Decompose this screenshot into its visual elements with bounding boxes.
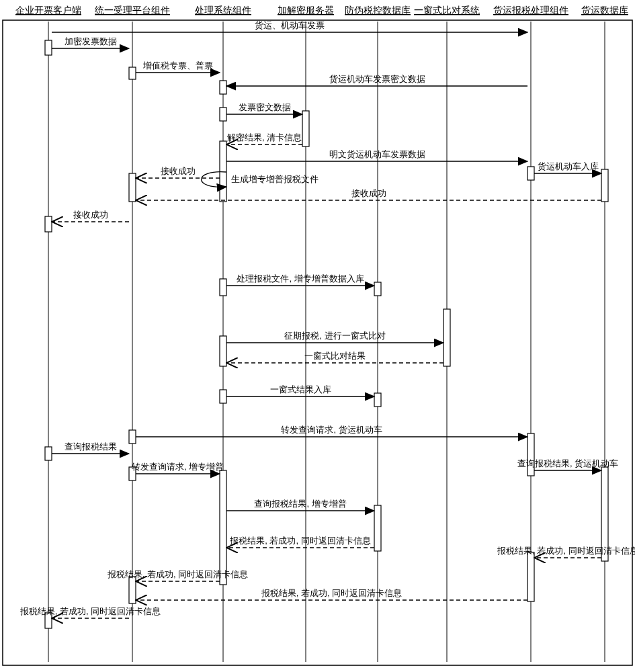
participant-p6: 一窗式比对系统 [414,5,480,15]
activation [220,470,226,585]
message-label: 解密结果, 清卡信息 [227,132,302,142]
message-label: 发票密文数据 [239,102,291,112]
message-label: 增值税专票、普票 [142,60,213,71]
message-label: 生成增专增普报税文件 [231,174,319,184]
activation [220,279,226,296]
activation [129,577,136,603]
activation [129,67,136,79]
participant-p2: 统一受理平台组件 [95,5,170,15]
activation [374,505,381,551]
activation [220,390,226,403]
message-label: 接收成功 [73,210,108,220]
activation [220,108,226,121]
activation [374,393,381,407]
message-label: 接收成功 [161,166,196,176]
activation [527,552,534,601]
message-label: 明文货运机动车发票数据 [329,149,425,159]
activation [527,433,534,476]
sequence-diagram: 企业开票客户端统一受理平台组件处理系统组件加解密服务器防伪税控数据库一窗式比对系… [0,0,635,672]
message-label: 一窗式结果入库 [270,384,331,394]
participant-p4: 加解密服务器 [278,5,334,15]
message-label: 报税结果, 若成功, 同时返回清卡信息 [261,588,402,598]
activation [220,81,226,94]
message-label: 查询报税结果, 货运机动车 [517,458,618,468]
message-label: 货运机动车发票密文数据 [329,74,425,84]
activation [443,309,450,366]
activation [129,173,136,202]
activation [374,282,381,296]
activation [45,447,52,460]
message-label: 报税结果, 若成功, 同时返回清卡信息 [19,606,161,616]
message-label: 转发查询请求, 货运机动车 [281,425,382,435]
message-label: 接收成功 [351,188,386,198]
message-label: 查询报税结果 [65,442,117,452]
message-label: 查询报税结果, 增专增普 [254,499,346,509]
participant-p3: 处理系统组件 [195,5,251,15]
message-label: 转发查询请求, 增专增普 [132,462,224,472]
activation [220,336,226,366]
participant-p1: 企业开票客户端 [15,5,81,15]
activation [601,169,608,202]
participant-p5: 防伪税控数据库 [345,5,411,15]
activation [45,40,52,55]
message-label: 报税结果, 若成功, 同时返回清卡信息 [497,546,635,556]
message-label: 征期报税, 进行一窗式比对 [284,331,385,341]
activation [527,167,534,180]
message-label: 处理报税文件, 增专增普数据入库 [237,274,364,284]
message-label: 报税结果, 若成功, 同时返回清卡信息 [107,569,248,579]
participant-p8: 货运数据库 [581,5,628,15]
message-label: 货运机动车入库 [538,161,599,171]
activation [302,111,309,146]
message-label: 报税结果, 若成功, 同时返回清卡信息 [229,536,370,546]
activation [129,430,136,444]
message-label: 货运、机动车发票 [255,20,325,30]
message-label: 一窗式比对结果 [304,351,366,361]
participant-p7: 货运报税处理组件 [493,5,568,15]
activation [45,216,52,232]
message-label: 加密发票数据 [65,36,117,46]
